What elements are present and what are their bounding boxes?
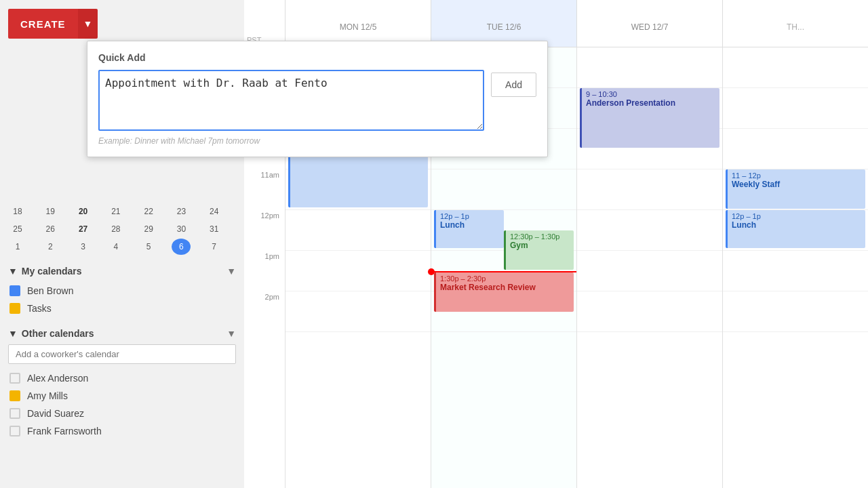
collapse-icon: ▼ [8,266,18,277]
event-time: 12:30p – 1:30p [510,232,570,241]
event-title: Lunch [440,220,500,230]
event-title: Anderson Presentation [586,98,715,108]
event-title: Lunch [732,220,861,230]
quick-add-title: Quick Add [98,52,536,63]
frank-farnsworth-checkbox[interactable] [9,426,20,436]
event-lunch-tue[interactable]: 12p – 1p Lunch [434,210,504,248]
sidebar: CREATE ▼ Quick Add Appointment with Dr. … [0,0,244,488]
calendar-item-amy-mills[interactable]: Amy Mills [8,387,236,405]
frank-farnsworth-label: Frank Farnsworth [27,426,102,436]
mini-cal-day[interactable]: 7 [205,239,224,255]
alex-anderson-label: Alex Anderson [27,373,88,384]
create-button[interactable]: CREATE [8,9,78,39]
mini-cal-day[interactable]: 29 [139,221,158,237]
quick-add-add-button[interactable]: Add [491,73,536,97]
add-coworker-input[interactable] [8,344,236,364]
event-time: 12p – 1p [732,212,861,220]
day-header-wed: Wed 12/7 [576,0,722,47]
mini-cal-day[interactable]: 27 [74,221,93,237]
mini-cal-day[interactable]: 2 [41,239,60,255]
my-calendars-section: ▼ My calendars ▼ Ben Brown Tasks [0,260,244,323]
event-time: 1:30p – 2:30p [440,274,570,283]
mini-cal-day[interactable]: 1 [8,239,27,255]
wednesday-column[interactable]: 9 – 10:30 Anderson Presentation [576,47,722,488]
event-market-research[interactable]: 1:30p – 2:30p Market Research Review [434,272,574,312]
david-suarez-checkbox[interactable] [9,408,20,419]
day-header-tue: Tue 12/6 [431,0,576,47]
event-time: 11 – 12p [732,171,861,180]
mini-cal-day[interactable]: 18 [8,203,27,220]
event-anderson-presentation[interactable]: 9 – 10:30 Anderson Presentation [580,88,719,148]
create-dropdown-button[interactable]: ▼ [78,9,98,39]
time-1pm: 1pm [244,251,285,291]
amy-mills-color [9,390,20,401]
mini-cal-day[interactable]: 28 [106,221,125,237]
tasks-label: Tasks [27,303,52,314]
time-11am: 11am [244,169,285,210]
other-calendars-section: ▼ Other calendars ▼ Alex Anderson Amy Mi… [0,323,244,445]
mini-cal-day[interactable]: 19 [41,203,60,220]
event-time: 9 – 10:30 [586,90,715,98]
alex-anderson-checkbox[interactable] [9,373,20,384]
mini-cal-day[interactable]: 26 [41,221,60,237]
ben-brown-label: Ben Brown [27,285,73,296]
quick-add-popup: Quick Add Appointment with Dr. Raab at F… [87,41,548,157]
mini-cal-day[interactable]: 25 [8,221,27,237]
mini-cal-day-today[interactable]: 6 [172,239,191,255]
event-title: Market Research Review [440,283,570,292]
tasks-color [9,303,20,314]
my-calendars-header-left: ▼ My calendars [8,266,82,277]
mini-cal-day[interactable]: 3 [74,239,93,255]
event-title: Gym [510,241,570,250]
event-lunch-thu[interactable]: 12p – 1p Lunch [726,210,865,248]
event-weekly-staff[interactable]: 11 – 12p Weekly Staff [726,169,865,209]
thu-label: Th... [787,22,804,32]
event-gym[interactable]: 12:30p – 1:30p Gym [504,230,574,270]
other-collapse-icon: ▼ [8,328,18,339]
time-12pm: 12pm [244,210,285,251]
calendar-item-ben-brown[interactable]: Ben Brown [8,282,236,300]
quick-add-row: Appointment with Dr. Raab at Fento Add [98,70,536,131]
my-calendars-header[interactable]: ▼ My calendars ▼ [8,266,236,277]
mini-cal-day[interactable]: 5 [139,239,158,255]
mini-cal-day[interactable]: 22 [139,203,158,220]
other-calendars-label: Other calendars [22,328,94,339]
mini-cal-grid: 18 19 20 21 22 23 24 25 26 27 28 29 30 3… [8,203,236,255]
mini-cal-day[interactable]: 31 [205,221,224,237]
calendar-item-david-suarez[interactable]: David Suarez [8,405,236,422]
my-calendars-label: My calendars [22,266,82,277]
mini-cal-day[interactable]: 21 [106,203,125,220]
quick-add-hint: Example: Dinner with Michael 7pm tomorro… [98,136,536,146]
mini-cal-day[interactable]: 23 [172,203,191,220]
quick-add-input[interactable]: Appointment with Dr. Raab at Fento [98,70,484,131]
day-header-thu: Th... [722,0,868,47]
calendar-item-alex-anderson[interactable]: Alex Anderson [8,369,236,387]
mini-cal-day[interactable]: 20 [74,203,93,220]
amy-mills-label: Amy Mills [27,390,68,401]
calendar-item-tasks[interactable]: Tasks [8,300,236,317]
time-2pm: 2pm [244,291,285,332]
other-calendars-header-left: ▼ Other calendars [8,328,94,339]
david-suarez-label: David Suarez [27,408,84,419]
day-header-mon: Mon 12/5 [285,0,431,47]
wed-label: Wed 12/7 [631,22,669,32]
other-calendars-header[interactable]: ▼ Other calendars ▼ [8,328,236,339]
mon-label: Mon 12/5 [340,22,377,32]
event-title: Weekly Staff [732,180,861,189]
mini-cal-day[interactable]: 4 [106,239,125,255]
mini-calendar: 18 19 20 21 22 23 24 25 26 27 28 29 30 3… [0,203,244,260]
thursday-column[interactable]: 11 – 12p Weekly Staff 12p – 1p Lunch [722,47,868,488]
mini-cal-day[interactable]: 30 [172,221,191,237]
my-calendars-dropdown-icon[interactable]: ▼ [226,266,236,277]
other-calendars-dropdown-icon[interactable]: ▼ [226,328,236,339]
tue-label: Tue 12/6 [487,22,521,32]
mini-cal-day[interactable]: 24 [205,203,224,220]
ben-brown-color [9,285,20,296]
cal-gutter-header: PST [244,0,285,47]
calendar-item-frank-farnsworth[interactable]: Frank Farnsworth [8,422,236,440]
event-time: 12p – 1p [440,212,500,220]
